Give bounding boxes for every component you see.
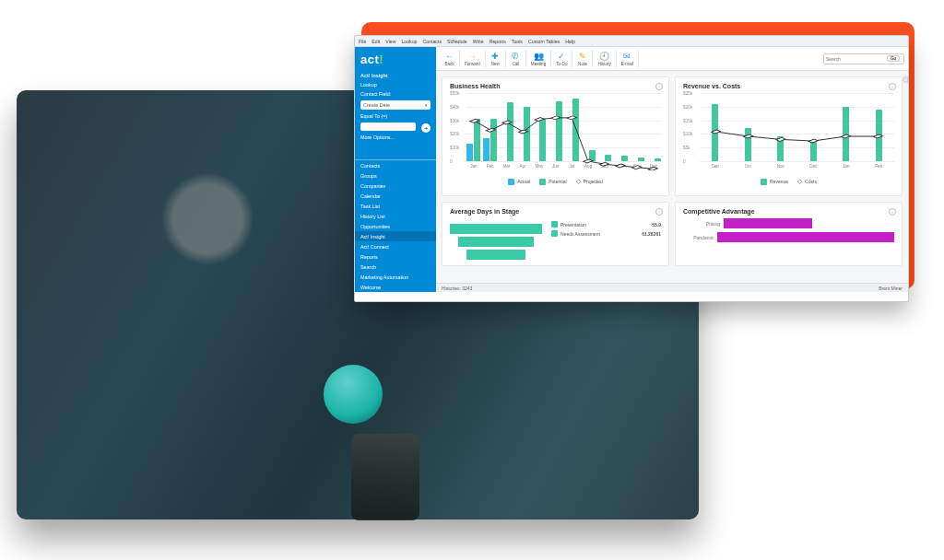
sidebar: act! Act! Insight Lookup Contact Field: … — [355, 47, 436, 292]
card-competitive: Competitive Advantage i PricingPandemic — [675, 202, 903, 266]
todo-icon: ✓ — [557, 51, 567, 61]
rc-legend: Revenue ◇Costs — [683, 178, 894, 185]
lookup-go-button[interactable]: ➜ — [421, 123, 431, 133]
forward-button[interactable]: →Forward — [460, 50, 486, 67]
call-button[interactable]: ✆Call — [506, 50, 526, 67]
menu-bar[interactable]: FileEditViewLookupContactsScheduleWriteR… — [355, 36, 908, 47]
sidebar-section-title: Act! Insight — [355, 71, 436, 80]
sidebar-item-calendar[interactable]: Calendar — [355, 191, 436, 201]
sidebar-item-marketing-automation[interactable]: Marketing Automation — [355, 272, 436, 282]
hbar-row: Pandemic — [683, 232, 894, 242]
hbar-row: Pricing — [683, 218, 894, 228]
card-title: Competitive Advantage — [683, 208, 894, 215]
todo-button[interactable]: ✓To-Do — [551, 50, 572, 67]
sidebar-item-welcome[interactable]: Welcome — [355, 282, 436, 292]
sidebar-contact-field-label: Contact Field: — [355, 89, 436, 99]
menu-lookup[interactable]: Lookup — [401, 36, 417, 47]
card-business-health: Business Health i $50k$40k$30k$20k$10k0J… — [442, 76, 669, 196]
search-input[interactable] — [826, 56, 885, 62]
business-health-chart: $50k$40k$30k$20k$10k0JanFebMarAprMayJunJ… — [466, 93, 661, 170]
toolbar: ←Back→Forward✚New✆Call👥Meeting✓To-Do✎Not… — [436, 47, 908, 71]
funnel-chart — [450, 224, 542, 260]
menu-view[interactable]: View — [385, 36, 395, 47]
gear-icon[interactable]: ⚙ — [902, 75, 908, 85]
menu-help[interactable]: Help — [565, 36, 575, 47]
menu-contacts[interactable]: Contacts — [423, 36, 442, 47]
meeting-button[interactable]: 👥Meeting — [526, 50, 551, 67]
lookup-value-input[interactable] — [360, 122, 416, 131]
card-title: Revenue vs. Costs — [683, 83, 894, 89]
sidebar-item-companies[interactable]: Companies — [355, 181, 436, 191]
info-icon[interactable]: i — [655, 83, 663, 90]
search-box[interactable]: Go — [823, 53, 904, 64]
new-icon: ✚ — [490, 51, 501, 61]
sidebar-item-search[interactable]: Search — [355, 262, 436, 272]
menu-tools[interactable]: Tools — [512, 36, 523, 47]
sidebar-item-groups[interactable]: Groups — [355, 170, 436, 181]
menu-schedule[interactable]: Schedule — [447, 36, 467, 47]
call-icon: ✆ — [511, 51, 521, 61]
email-button[interactable]: ✉E-mail — [617, 50, 639, 67]
info-icon[interactable]: i — [889, 208, 896, 216]
sidebar-item-task-list[interactable]: Task List — [355, 201, 436, 211]
bh-legend: Actual Potential ◇Projected — [450, 178, 661, 185]
info-icon[interactable]: i — [655, 208, 663, 216]
status-right: Brent Miner — [879, 286, 903, 291]
dashboard: ⚙ Business Health i $50k$40k$30k$20k$10k… — [436, 71, 908, 283]
search-go-button[interactable]: Go — [887, 55, 900, 62]
brand-logo: act! — [355, 47, 436, 71]
back-icon: ← — [444, 51, 454, 61]
sidebar-item-reports[interactable]: Reports — [355, 251, 436, 262]
sidebar-item-opportunities[interactable]: Opportunities — [355, 221, 436, 231]
chevron-down-icon: ▾ — [425, 102, 428, 108]
status-bar: Histories: 3243 Brent Miner — [436, 283, 908, 292]
card-title: Business Health — [450, 83, 661, 89]
sidebar-item-contacts[interactable]: Contacts — [355, 160, 436, 170]
new-button[interactable]: ✚New — [486, 50, 506, 67]
more-options-link[interactable]: More Options... — [355, 133, 436, 142]
contact-field-select[interactable]: Create Date▾ — [360, 100, 431, 110]
competitive-chart: PricingPandemic — [683, 218, 894, 242]
card-title: Average Days in Stage — [450, 208, 661, 215]
menu-edit[interactable]: Edit — [372, 36, 380, 47]
sidebar-lookup-label: Lookup — [355, 80, 436, 89]
back-button[interactable]: ←Back — [440, 50, 460, 67]
card-revenue-costs: Revenue vs. Costs i $25k$20k$15k$10k$5k0… — [675, 76, 903, 196]
email-icon: ✉ — [622, 51, 632, 61]
note-icon: ✎ — [577, 51, 587, 61]
card-avg-days: Average Days in Stage i Presentation55.9… — [442, 202, 669, 266]
sidebar-nav: ContactsGroupsCompaniesCalendarTask List… — [355, 159, 436, 292]
sidebar-item-act-insight[interactable]: Act! Insight — [355, 231, 436, 241]
sidebar-item-history-list[interactable]: History List — [355, 211, 436, 221]
menu-write[interactable]: Write — [473, 36, 484, 47]
menu-reports[interactable]: Reports — [490, 36, 506, 47]
menu-file[interactable]: File — [359, 36, 366, 47]
status-left: Histories: 3243 — [442, 286, 472, 291]
forward-icon: → — [467, 51, 478, 61]
meeting-icon: 👥 — [534, 51, 544, 61]
history-icon: 🕘 — [599, 51, 609, 61]
menu-custom-tables[interactable]: Custom Tables — [528, 36, 560, 47]
sidebar-item-act-connect[interactable]: Act! Connect — [355, 241, 436, 251]
history-button[interactable]: 🕘History — [593, 50, 616, 67]
app-window: FileEditViewLookupContactsScheduleWriteR… — [354, 35, 909, 302]
note-button[interactable]: ✎Note — [572, 50, 593, 67]
info-icon[interactable]: i — [889, 83, 896, 90]
sidebar-equal-label: Equal To (=) — [355, 111, 436, 121]
revenue-costs-chart: $25k$20k$15k$10k$5k0SepOctNovDecJanFeb — [700, 93, 894, 170]
